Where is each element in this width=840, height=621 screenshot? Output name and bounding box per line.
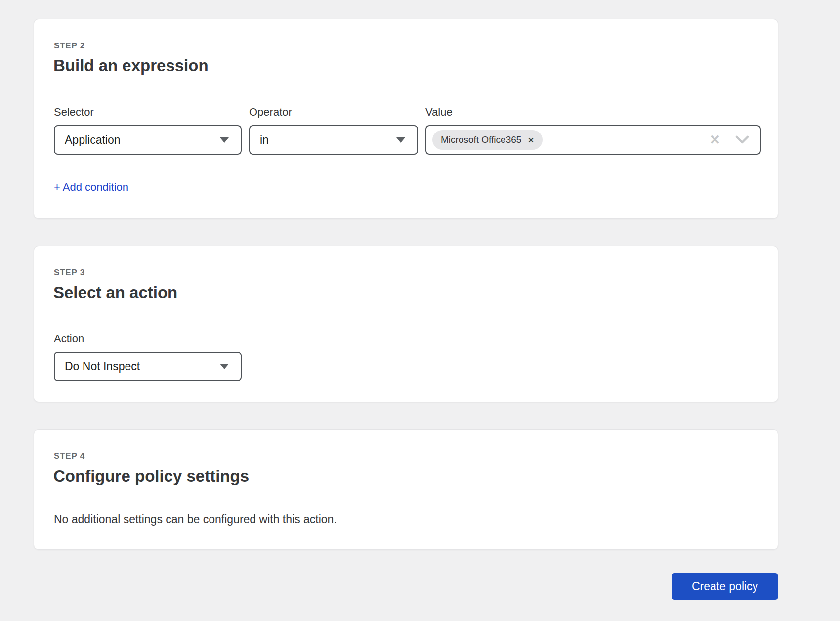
settings-info-text: No additional settings can be configured… — [54, 512, 337, 527]
operator-field: Operator in — [249, 106, 418, 155]
operator-dropdown-value: in — [260, 133, 269, 147]
step4-label: STEP 4 — [54, 451, 85, 461]
value-multiselect[interactable]: Microsoft Office365 ✕ ✕ — [425, 125, 761, 155]
step3-label: STEP 3 — [54, 268, 85, 278]
step3-card: STEP 3 Select an action Action Do Not In… — [34, 246, 778, 402]
action-dropdown[interactable]: Do Not Inspect — [54, 352, 242, 381]
value-label: Value — [425, 106, 761, 119]
add-condition-link[interactable]: + Add condition — [54, 181, 128, 194]
caret-down-icon — [220, 364, 229, 369]
selector-label: Selector — [54, 106, 242, 119]
action-field: Action Do Not Inspect — [54, 332, 242, 381]
operator-dropdown[interactable]: in — [249, 125, 418, 155]
action-label: Action — [54, 332, 242, 345]
step4-card: STEP 4 Configure policy settings No addi… — [34, 429, 778, 550]
selector-field: Selector Application — [54, 106, 242, 155]
selector-dropdown-value: Application — [65, 133, 121, 147]
step2-card: STEP 2 Build an expression Selector Appl… — [34, 19, 778, 219]
step2-label: STEP 2 — [54, 41, 85, 51]
action-dropdown-value: Do Not Inspect — [65, 360, 140, 373]
expression-fields-row: Selector Application Operator in Value M… — [54, 106, 761, 155]
selector-dropdown[interactable]: Application — [54, 125, 242, 155]
step2-title: Build an expression — [53, 55, 209, 77]
caret-down-icon — [220, 137, 229, 143]
clear-all-icon[interactable]: ✕ — [709, 133, 720, 147]
create-policy-button[interactable]: Create policy — [672, 573, 778, 600]
value-tag-text: Microsoft Office365 — [441, 134, 521, 145]
tag-remove-icon[interactable]: ✕ — [528, 136, 534, 144]
chevron-down-icon[interactable] — [735, 135, 749, 144]
operator-label: Operator — [249, 106, 418, 119]
value-tag: Microsoft Office365 ✕ — [432, 130, 543, 150]
step3-title: Select an action — [53, 282, 177, 304]
value-field: Value Microsoft Office365 ✕ ✕ — [425, 106, 761, 155]
step4-title: Configure policy settings — [53, 465, 249, 487]
caret-down-icon — [396, 137, 405, 143]
